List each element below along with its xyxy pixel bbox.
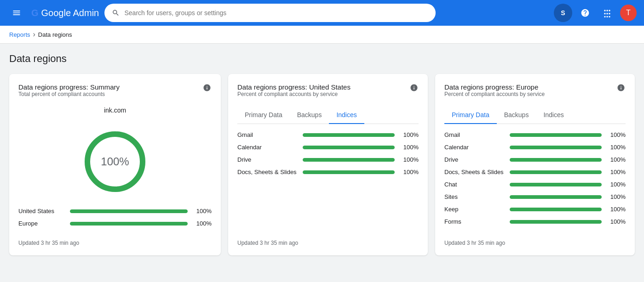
europe-service-gmail: Gmail 100% xyxy=(444,131,626,138)
app-logo: G Google Admin xyxy=(31,8,99,18)
europe-services: Gmail 100% Calendar 100% Drive xyxy=(444,131,626,232)
region-label-europe: Europe xyxy=(18,220,64,227)
cards-row: Data regions progress: Summary Total per… xyxy=(9,74,635,255)
europe-forms-bar xyxy=(510,220,602,224)
breadcrumb-reports-link[interactable]: Reports xyxy=(9,31,30,38)
europe-service-chat: Chat 100% xyxy=(444,181,626,188)
europe-service-sites: Sites 100% xyxy=(444,193,626,200)
breadcrumb-current: Data regions xyxy=(38,31,72,38)
app-name: Google Admin xyxy=(41,8,99,18)
page-title: Data regions xyxy=(9,53,635,65)
europe-gmail-bar xyxy=(510,133,602,137)
region-row-us: United States 100% xyxy=(18,208,212,214)
europe-calendar-label: Calendar xyxy=(444,144,504,151)
europe-drive-label: Drive xyxy=(444,156,504,163)
breadcrumb-separator: › xyxy=(33,30,35,39)
europe-keep-bar xyxy=(510,208,602,211)
europe-chat-pct: 100% xyxy=(607,181,626,188)
google-g-icon: G xyxy=(31,8,39,18)
summary-card-title: Data regions progress: Summary xyxy=(18,83,120,91)
us-tab-indices[interactable]: Indices xyxy=(329,107,364,124)
europe-chat-bar xyxy=(510,183,602,186)
europe-progress-fill xyxy=(70,222,188,226)
apps-grid-button[interactable] xyxy=(598,4,616,22)
europe-drive-bar xyxy=(510,158,602,162)
us-card-subtitle: Percent of compliant accounts by service xyxy=(237,91,351,97)
us-gmail-bar xyxy=(303,133,395,137)
europe-gmail-label: Gmail xyxy=(444,131,504,138)
search-icon xyxy=(112,9,120,17)
us-service-docs: Docs, Sheets & Slides 100% xyxy=(237,169,419,175)
page-content: Data regions Data regions progress: Summ… xyxy=(0,44,644,265)
summary-regions: United States 100% Europe 100% xyxy=(18,208,212,232)
europe-info-icon[interactable] xyxy=(616,83,626,92)
us-pct: 100% xyxy=(193,208,212,214)
europe-card-title: Data regions progress: Europe xyxy=(444,83,545,91)
search-bar[interactable] xyxy=(104,4,436,22)
us-info-icon[interactable] xyxy=(409,83,419,92)
header: G Google Admin S T xyxy=(0,0,644,26)
menu-button[interactable] xyxy=(7,4,26,22)
us-docs-label: Docs, Sheets & Slides xyxy=(237,169,297,175)
us-service-gmail: Gmail 100% xyxy=(237,131,419,138)
europe-tabs: Primary Data Backups Indices xyxy=(444,107,626,124)
us-gmail-label: Gmail xyxy=(237,131,297,138)
us-progress-bar xyxy=(70,209,188,213)
europe-service-keep: Keep 100% xyxy=(444,206,626,213)
europe-keep-pct: 100% xyxy=(607,206,626,213)
europe-card: Data regions progress: Europe Percent of… xyxy=(435,74,635,255)
summary-info-icon[interactable] xyxy=(202,83,212,92)
europe-calendar-pct: 100% xyxy=(607,144,626,151)
summary-footer: Updated 3 hr 35 min ago xyxy=(18,232,212,246)
search-input[interactable] xyxy=(124,9,428,17)
europe-progress-bar xyxy=(70,222,188,226)
us-tabs: Primary Data Backups Indices xyxy=(237,107,419,124)
europe-tab-indices[interactable]: Indices xyxy=(536,107,571,124)
europe-docs-label: Docs, Sheets & Slides xyxy=(444,169,504,175)
europe-footer: Updated 3 hr 35 min ago xyxy=(444,232,626,246)
us-services: Gmail 100% Calendar 100% Drive xyxy=(237,131,419,232)
us-gmail-pct: 100% xyxy=(400,131,419,138)
europe-calendar-bar xyxy=(510,146,602,149)
support-button[interactable]: S xyxy=(554,4,572,22)
us-progress-fill xyxy=(70,209,188,213)
domain-label: ink.com xyxy=(18,107,212,114)
help-button[interactable] xyxy=(576,4,594,22)
europe-sites-pct: 100% xyxy=(607,193,626,200)
us-drive-label: Drive xyxy=(237,156,297,163)
europe-chat-label: Chat xyxy=(444,181,504,188)
us-tab-backups[interactable]: Backups xyxy=(290,107,329,124)
us-calendar-pct: 100% xyxy=(400,144,419,151)
europe-sites-label: Sites xyxy=(444,193,504,200)
us-service-calendar: Calendar 100% xyxy=(237,144,419,151)
us-footer: Updated 3 hr 35 min ago xyxy=(237,232,419,246)
europe-service-docs: Docs, Sheets & Slides 100% xyxy=(444,169,626,175)
europe-tab-backups[interactable]: Backups xyxy=(497,107,536,124)
header-actions: S T xyxy=(554,4,637,22)
avatar[interactable]: T xyxy=(620,5,637,21)
region-label-us: United States xyxy=(18,208,64,214)
europe-card-subtitle: Percent of compliant accounts by service xyxy=(444,91,545,97)
us-drive-bar xyxy=(303,158,395,162)
us-calendar-label: Calendar xyxy=(237,144,297,151)
europe-forms-pct: 100% xyxy=(607,218,626,225)
europe-keep-label: Keep xyxy=(444,206,504,213)
summary-card: Data regions progress: Summary Total per… xyxy=(9,74,221,255)
donut-svg: 100% xyxy=(78,125,152,198)
summary-card-subtitle: Total percent of compliant accounts xyxy=(18,91,120,97)
region-row-europe: Europe 100% xyxy=(18,220,212,227)
us-card: Data regions progress: United States Per… xyxy=(228,74,428,255)
us-tab-primary[interactable]: Primary Data xyxy=(237,107,290,124)
europe-pct: 100% xyxy=(193,220,212,227)
europe-service-calendar: Calendar 100% xyxy=(444,144,626,151)
us-calendar-bar xyxy=(303,146,395,149)
us-card-title: Data regions progress: United States xyxy=(237,83,351,91)
us-docs-pct: 100% xyxy=(400,169,419,175)
europe-service-forms: Forms 100% xyxy=(444,218,626,225)
us-drive-pct: 100% xyxy=(400,156,419,163)
europe-tab-primary[interactable]: Primary Data xyxy=(444,107,497,124)
us-docs-bar xyxy=(303,170,395,174)
donut-chart: 100% xyxy=(18,125,212,198)
europe-gmail-pct: 100% xyxy=(607,131,626,138)
breadcrumb: Reports › Data regions xyxy=(0,26,644,44)
